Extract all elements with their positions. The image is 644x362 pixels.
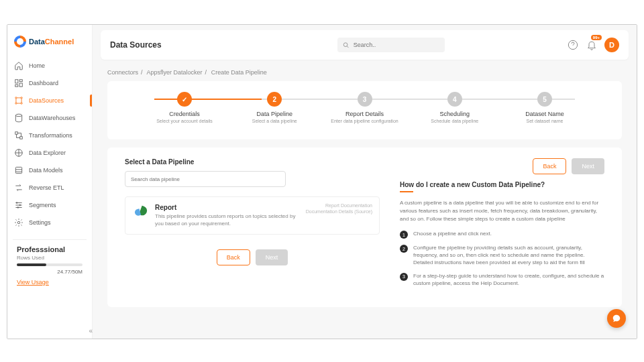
step-num: ✓ (177, 92, 192, 107)
segments-icon (14, 200, 23, 210)
help-column: Back Next How do I create a new Custom D… (400, 158, 604, 292)
help-intro: A custom pipeline is a data pipeline tha… (400, 199, 604, 223)
svg-point-5 (21, 97, 22, 99)
step-datapipeline[interactable]: 2Data PipelineSelect a data pipeline (237, 92, 311, 123)
help-step-3: 3For a step-by-step guide to understand … (400, 272, 604, 287)
next-button-bottom[interactable]: Next (256, 249, 288, 265)
next-button-top[interactable]: Next (572, 158, 604, 174)
global-search[interactable] (337, 38, 445, 52)
back-button-bottom[interactable]: Back (217, 249, 250, 265)
main: Data Sources 99+ D Connectors/ Appsflyer… (93, 25, 637, 339)
svg-rect-0 (15, 80, 18, 83)
svg-point-8 (15, 114, 21, 117)
nav-label: Data Explorer (29, 149, 66, 156)
pipeline-desc: This pipeline provides custom reports on… (155, 213, 303, 227)
view-usage-link[interactable]: View Usage (17, 279, 49, 286)
collapse-sidebar-button[interactable]: « (89, 327, 93, 335)
models-icon (14, 166, 23, 175)
step-sub: Enter data pipeline configuration (331, 119, 398, 123)
sidebar-item-dashboard[interactable]: Dashboard (7, 74, 92, 92)
step-label: Report Details (345, 111, 384, 117)
step-num: 2 (267, 92, 282, 107)
plan-progress (17, 263, 83, 266)
step-datasetname[interactable]: 5Dataset NameSet dataset name (508, 92, 582, 123)
svg-point-4 (15, 97, 17, 99)
plan-usage: 24.77/50M (17, 269, 83, 275)
pipeline-doc-links: Report Documentation Documentation Detai… (306, 202, 372, 215)
help-step-2: 2Configure the pipeline by providing det… (400, 244, 604, 267)
breadcrumb-connectors[interactable]: Connectors (107, 69, 138, 76)
stepper-card: ✓CredentialsSelect your account details … (107, 81, 622, 139)
sidebar-item-dataexplorer[interactable]: Data Explorer (7, 144, 92, 162)
svg-rect-12 (15, 167, 21, 173)
step-credentials[interactable]: ✓CredentialsSelect your account details (148, 92, 221, 123)
breadcrumb-current: Create Data Pipeline (211, 69, 267, 76)
step-label: Data Pipeline (256, 111, 292, 117)
pipeline-doc-details-link[interactable]: Documentation Details (Source) (306, 208, 372, 215)
help-button[interactable] (567, 39, 579, 51)
sidebar-item-transformations[interactable]: Transformations (7, 127, 92, 144)
step-reportdetails[interactable]: 3Report DetailsEnter data pipeline confi… (328, 92, 402, 123)
svg-rect-1 (19, 80, 22, 82)
breadcrumb-appsflyer[interactable]: Appsflyer Datalocker (147, 69, 203, 76)
plan-card: Professsional Rows Used 24.77/50M View U… (13, 239, 87, 292)
sidebar-item-reverseetl[interactable]: Reverse ETL (7, 179, 92, 196)
step-sub: Set dataset name (527, 119, 564, 123)
home-icon (14, 61, 23, 70)
pipeline-search-input[interactable] (125, 171, 286, 187)
step-label: Credentials (169, 111, 200, 117)
brand-logo[interactable]: DataChannel (7, 32, 92, 57)
step-num: 3 (358, 92, 372, 107)
reverseetl-icon (14, 183, 23, 192)
chat-fab[interactable] (607, 309, 626, 328)
avatar[interactable]: D (604, 38, 619, 52)
sidebar-item-datasources[interactable]: DataSources (7, 92, 92, 109)
nav-label: Transformations (29, 132, 72, 139)
sidebar-item-home[interactable]: Home (7, 57, 92, 74)
svg-rect-2 (19, 83, 22, 86)
pipeline-title: Report (155, 204, 303, 211)
step-num: 5 (537, 92, 552, 107)
notif-badge: 99+ (591, 35, 602, 40)
gear-icon (14, 218, 23, 227)
nav-label: Settings (29, 219, 51, 226)
nav-label: Segments (29, 202, 56, 208)
plan-sub: Rows Used (17, 255, 83, 261)
topbar: Data Sources 99+ D (101, 30, 629, 60)
pipeline-select-column: Select a Data Pipeline Report This pipel… (125, 158, 380, 292)
pipeline-doc-link[interactable]: Report Documentation (306, 202, 372, 208)
leaves-icon (133, 205, 148, 220)
svg-rect-10 (20, 137, 23, 139)
svg-point-7 (21, 103, 22, 104)
search-input[interactable] (354, 42, 439, 48)
help-accent (400, 191, 413, 192)
sidebar-item-settings[interactable]: Settings (7, 214, 92, 231)
step-label: Scheduling (439, 111, 470, 117)
pipeline-card-report[interactable]: Report This pipeline provides custom rep… (125, 196, 380, 235)
dashboard-icon (14, 78, 23, 88)
svg-point-6 (15, 103, 17, 104)
nav-label: Data Models (29, 167, 63, 174)
sidebar-item-datamodels[interactable]: Data Models (7, 162, 92, 179)
logo-text: DataChannel (29, 38, 74, 46)
sidebar-nav: Home Dashboard DataSources DataWarehouse… (7, 57, 92, 231)
transform-icon (14, 131, 23, 140)
step-label: Dataset Name (525, 111, 564, 117)
step-sub: Schedule data pipeline (431, 119, 478, 123)
plan-title: Professsional (17, 245, 83, 253)
notifications-button[interactable]: 99+ (586, 39, 598, 51)
svg-rect-9 (15, 132, 18, 135)
help-title: How do I create a new Custom Data Pipeli… (400, 181, 604, 188)
warehouse-icon (14, 113, 23, 123)
nav-label: DataWarehouses (29, 115, 75, 121)
sidebar-item-segments[interactable]: Segments (7, 196, 92, 214)
help-step-1: 1Choose a pipeline and click next. (400, 230, 604, 239)
step-scheduling[interactable]: 4SchedulingSchedule data pipeline (418, 92, 492, 123)
nav-label: Home (29, 62, 45, 69)
step-num: 4 (447, 92, 462, 107)
nav-label: Dashboard (29, 80, 58, 86)
search-icon (343, 42, 350, 49)
svg-point-16 (17, 221, 20, 224)
sidebar-item-datawarehouses[interactable]: DataWarehouses (7, 109, 92, 127)
back-button-top[interactable]: Back (533, 158, 566, 174)
